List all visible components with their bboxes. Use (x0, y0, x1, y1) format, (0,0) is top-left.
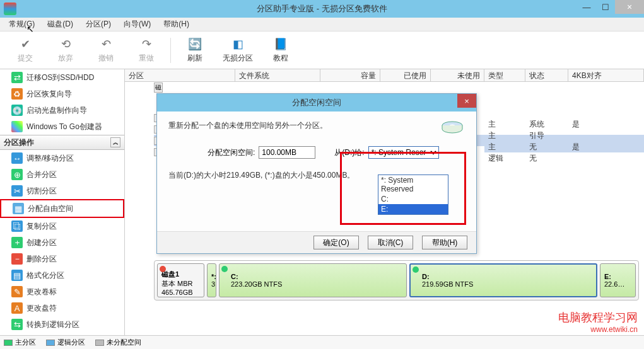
cell-type: 逻辑 (484, 153, 525, 164)
discard-button[interactable]: ⟲放弃 (53, 37, 78, 64)
partition-sys[interactable]: *: 3 (207, 263, 216, 297)
format-icon: ▤ (11, 270, 23, 281)
dropdown-option-2[interactable]: E: (378, 204, 448, 214)
wizard-label-1: 分区恢复向导 (26, 89, 72, 100)
dialog-titlebar[interactable]: 分配空闲空间 × (157, 94, 476, 112)
op-merge[interactable]: ⊕合并分区 (0, 166, 124, 183)
target-dropdown[interactable]: *: System Reserved C: E: (378, 174, 448, 215)
cell-state: 无 (525, 153, 568, 164)
dialog-buttons: 确定(O) 取消(C) 帮助(H) (157, 231, 476, 253)
sys-title: *: (211, 273, 212, 280)
disk-block[interactable]: 磁盘1 基本 MBR 465.76GB (157, 263, 204, 297)
wizard-recover[interactable]: ♻分区恢复向导 (0, 86, 124, 102)
undo-button[interactable]: ↶撤销 (93, 37, 119, 64)
c-badge-icon (221, 266, 228, 272)
resize-label: 无损分区 (223, 53, 253, 64)
swatch-icon (4, 340, 13, 346)
c-sub: 223.20GB NTFS (231, 280, 402, 288)
op-label-2: 切割分区 (26, 186, 57, 197)
op-label-6: 删除分区 (26, 254, 57, 265)
partition-d[interactable]: D: 219.59GB NTFS (409, 263, 597, 297)
col-used[interactable]: 已使用 (380, 69, 431, 81)
dropdown-option-1[interactable]: C: (378, 194, 448, 204)
watermark-url: www.etwiki.cn (558, 325, 638, 334)
menu-disk[interactable]: 磁盘(D) (41, 18, 79, 31)
op-label[interactable]: ✎更改卷标 (0, 283, 124, 300)
table-row-r1[interactable]: 主引导 (484, 130, 644, 141)
partition-c[interactable]: C: 223.20GB NTFS (219, 263, 407, 297)
menu-help[interactable]: 帮助(H) (157, 18, 196, 31)
minimize-button[interactable]: — (577, 0, 596, 14)
label-icon: ✎ (11, 286, 23, 297)
alloc-label: 分配空闲空间: (208, 147, 255, 158)
allocate-icon: ▦ (13, 203, 24, 214)
col-type[interactable]: 类型 (484, 69, 525, 81)
disk-sub2: 465.76GB (161, 289, 200, 296)
help-button[interactable]: 帮助(H) (422, 236, 467, 249)
refresh-icon: 🔄 (187, 37, 202, 52)
op-letter[interactable]: A更改盘符 (0, 300, 124, 316)
wizard-label-2: 启动光盘制作向导 (26, 105, 87, 116)
resize-move-icon: ↔ (11, 152, 23, 164)
dropdown-option-0[interactable]: *: System Reserved (378, 175, 448, 194)
merge-icon: ⊕ (11, 169, 23, 180)
ok-button[interactable]: 确定(O) (313, 236, 359, 249)
maximize-button[interactable]: ☐ (596, 0, 615, 14)
dialog-description: 重新分配一个盘的未使用空间给另外一个分区。 (168, 120, 465, 131)
disk-title: 磁盘1 (161, 270, 200, 279)
op-label-9: 更改盘符 (26, 303, 57, 314)
alloc-input[interactable] (259, 146, 315, 159)
op-label-8: 更改卷标 (26, 287, 57, 297)
op-allocate-free[interactable]: ▦分配自由空间 (0, 199, 124, 218)
table-row-r3[interactable]: 逻辑无 (484, 152, 644, 164)
copy-icon: ⿻ (11, 220, 23, 232)
resize-button[interactable]: ◧无损分区 (223, 37, 253, 64)
menu-bar: 常规(G) 磁盘(D) 分区(P) 向导(W) 帮助(H) (0, 18, 644, 31)
op-delete[interactable]: －删除分区 (0, 251, 124, 267)
table-row-r0[interactable]: 主系统是 (484, 118, 644, 130)
refresh-button[interactable]: 🔄刷新 (182, 37, 208, 64)
tutorial-button[interactable]: 📘教程 (268, 37, 293, 64)
allocate-dialog: 分配空闲空间 × 重新分配一个盘的未使用空间给另外一个分区。 分配空闲空间: 从… (156, 93, 477, 254)
menu-wizard[interactable]: 向导(W) (117, 18, 157, 31)
wizard-migrate-os[interactable]: ⇄迁移OS到SSD/HDD (0, 69, 124, 86)
table-row-r2[interactable]: 主无是 (484, 141, 644, 152)
wizard-bootdisc[interactable]: 💿启动光盘制作向导 (0, 102, 124, 118)
cancel-button[interactable]: 取消(C) (368, 236, 413, 249)
target-select[interactable]: *: System Reser (368, 146, 439, 159)
legend-logical-label: 逻辑分区 (57, 338, 85, 347)
convert-icon: ⇆ (11, 319, 23, 330)
swatch-icon (46, 340, 55, 346)
cell-4k: 是 (568, 119, 583, 130)
op-create[interactable]: ＋创建分区 (0, 234, 124, 251)
partition-e[interactable]: E: 22.6… (600, 263, 636, 297)
col-4k[interactable]: 4KB对齐 (568, 69, 644, 81)
dialog-close-button[interactable]: × (457, 94, 476, 108)
ops-header[interactable]: 分区操作︽ (0, 135, 124, 150)
wizard-wintogo[interactable]: Windows To Go创建器 (0, 118, 124, 135)
col-state[interactable]: 状态 (525, 69, 568, 81)
discard-label: 放弃 (58, 53, 73, 64)
cell-4k: 是 (568, 142, 583, 152)
table-row[interactable]: 磁 (154, 82, 644, 93)
col-capacity[interactable]: 容量 (320, 69, 380, 81)
menu-general[interactable]: 常规(G) (3, 18, 41, 31)
op-to-logical[interactable]: ⇆转换到逻辑分区 (0, 316, 124, 333)
op-format[interactable]: ▤格式化分区 (0, 267, 124, 283)
col-unused[interactable]: 未使用 (431, 69, 484, 81)
redo-label: 重做 (139, 53, 154, 64)
op-copy[interactable]: ⿻复制分区 (0, 218, 124, 234)
col-partition[interactable]: 分区 (125, 69, 235, 81)
commit-button[interactable]: ✔提交 (13, 37, 38, 64)
col-fs[interactable]: 文件系统 (235, 69, 320, 81)
legend-unalloc: 未分配空间 (95, 338, 141, 347)
redo-icon: ↷ (139, 37, 154, 52)
redo-button[interactable]: ↷重做 (134, 37, 159, 64)
close-button[interactable]: × (615, 0, 644, 14)
op-label-0: 调整/移动分区 (26, 153, 74, 164)
op-resize-move[interactable]: ↔调整/移动分区 (0, 150, 124, 166)
chevron-up-icon: ︽ (110, 137, 120, 147)
op-split[interactable]: ✂切割分区 (0, 183, 124, 199)
menu-partition[interactable]: 分区(P) (79, 18, 117, 31)
op-label-1: 合并分区 (26, 169, 57, 180)
